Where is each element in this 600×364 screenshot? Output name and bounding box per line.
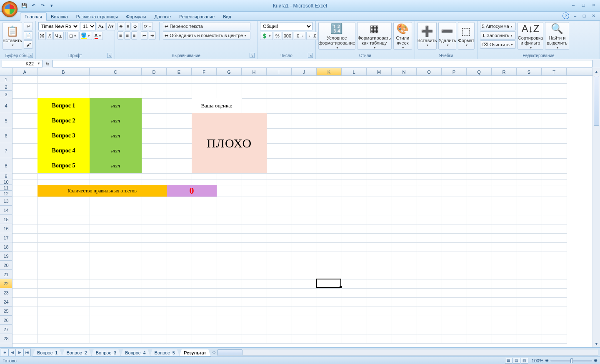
- column-header-L[interactable]: L: [342, 68, 367, 75]
- row-header-11[interactable]: 11: [0, 185, 12, 191]
- cell-question-4[interactable]: Вопрос 4: [38, 143, 90, 158]
- row-header-10[interactable]: 10: [0, 179, 12, 185]
- restore-button[interactable]: □: [579, 2, 588, 8]
- row-header-27[interactable]: 27: [0, 325, 12, 334]
- align-bottom-button[interactable]: ⬙: [132, 22, 138, 30]
- cell-count-label[interactable]: Количество правильных ответов: [38, 185, 167, 197]
- row-header-19[interactable]: 19: [0, 252, 12, 261]
- column-header-A[interactable]: A: [12, 68, 38, 75]
- fill-color-button[interactable]: 🪣▼: [79, 32, 92, 40]
- worksheet-grid[interactable]: ABCDEFGHIJKLMNOPQRST 1234567891011121314…: [0, 68, 600, 347]
- scroll-down-icon[interactable]: ▼: [593, 341, 600, 347]
- cell-answer-1[interactable]: нет: [90, 98, 142, 113]
- row-header-2[interactable]: 2: [0, 83, 12, 91]
- format-painter-button[interactable]: 🖌: [24, 40, 33, 49]
- row-header-12[interactable]: 12: [0, 191, 12, 197]
- align-right-button[interactable]: ≡: [131, 31, 137, 40]
- alignment-launcher[interactable]: ↘: [250, 53, 255, 58]
- tab-view[interactable]: Вид: [219, 13, 235, 20]
- tab-review[interactable]: Рецензирование: [175, 13, 219, 20]
- row-header-20[interactable]: 20: [0, 261, 12, 270]
- column-header-I[interactable]: I: [267, 68, 292, 75]
- select-all-corner[interactable]: [0, 68, 12, 76]
- orientation-button[interactable]: ⟳▼: [142, 22, 153, 30]
- office-button[interactable]: [2, 1, 18, 17]
- sheet-prev-button[interactable]: ◀: [8, 349, 16, 356]
- row-header-21[interactable]: 21: [0, 270, 12, 279]
- column-header-D[interactable]: D: [142, 68, 167, 75]
- row-header-4[interactable]: 4: [0, 98, 12, 113]
- clipboard-launcher[interactable]: ↘: [28, 53, 33, 58]
- italic-button[interactable]: К: [47, 32, 52, 40]
- sheet-tab-Вопрос_3[interactable]: Вопрос_3: [91, 349, 121, 357]
- tab-home[interactable]: Главная: [20, 12, 47, 21]
- zoom-level[interactable]: 100%: [532, 358, 543, 363]
- zoom-slider-thumb[interactable]: [570, 358, 573, 363]
- column-header-J[interactable]: J: [292, 68, 317, 75]
- sheet-tab-Вопрос_2[interactable]: Вопрос_2: [62, 349, 91, 357]
- help-icon[interactable]: ?: [562, 12, 569, 19]
- row-header-13[interactable]: 13: [0, 197, 12, 206]
- column-header-F[interactable]: F: [192, 68, 217, 75]
- row-header-14[interactable]: 14: [0, 206, 12, 215]
- sheet-tab-Вопрос_4[interactable]: Вопрос_4: [120, 349, 150, 357]
- cell-question-5[interactable]: Вопрос 5: [38, 158, 90, 173]
- tab-formulas[interactable]: Формулы: [122, 13, 150, 20]
- align-center-button[interactable]: ≡: [124, 31, 130, 40]
- sheet-tab-Вопрос_1[interactable]: Вопрос_1: [32, 349, 62, 357]
- qat-save-icon[interactable]: 💾: [20, 2, 28, 10]
- name-box[interactable]: K22▼: [2, 60, 42, 67]
- delete-cells-button[interactable]: ➖Удалить▼: [438, 22, 456, 50]
- tab-page-layout[interactable]: Разметка страницы: [72, 13, 122, 20]
- column-header-M[interactable]: M: [367, 68, 392, 75]
- cell-question-1[interactable]: Вопрос 1: [38, 98, 90, 113]
- cell-grade-value[interactable]: ПЛОХО: [192, 113, 267, 173]
- sheet-tab-Вопрос_5[interactable]: Вопрос_5: [150, 349, 180, 357]
- borders-button[interactable]: ⊞▼: [68, 32, 78, 40]
- cell-count-value[interactable]: 0: [167, 185, 217, 197]
- row-header-26[interactable]: 26: [0, 316, 12, 325]
- cell-answer-4[interactable]: нет: [90, 143, 142, 158]
- formula-input[interactable]: [52, 60, 592, 67]
- cell-answer-2[interactable]: нет: [90, 113, 142, 128]
- cells-area[interactable]: Вопрос 1Вопрос 2Вопрос 3Вопрос 4Вопрос 5…: [12, 76, 592, 347]
- insert-cells-button[interactable]: ➕Вставить▼: [418, 22, 437, 50]
- workbook-minimize-button[interactable]: –: [572, 12, 578, 19]
- hscroll-thumb[interactable]: [218, 349, 242, 355]
- percent-button[interactable]: %: [274, 32, 281, 40]
- underline-button[interactable]: Ч▼: [53, 32, 63, 40]
- sheet-next-button[interactable]: ▶: [16, 349, 23, 356]
- find-select-button[interactable]: 🔍Найти и выделить▼: [545, 22, 569, 50]
- align-left-button[interactable]: ≡: [118, 31, 123, 40]
- cell-question-2[interactable]: Вопрос 2: [38, 113, 90, 128]
- decrease-indent-button[interactable]: ⇤: [141, 31, 148, 40]
- cell-styles-button[interactable]: 🎨Стили ячеек▼: [393, 22, 412, 50]
- comma-button[interactable]: 000: [282, 32, 293, 40]
- column-header-B[interactable]: B: [38, 68, 90, 75]
- cut-button[interactable]: ✂: [24, 22, 33, 30]
- tab-data[interactable]: Данные: [150, 13, 175, 20]
- paste-button[interactable]: 📋Вставить▼: [2, 22, 22, 50]
- row-header-25[interactable]: 25: [0, 307, 12, 316]
- scroll-up-icon[interactable]: ▲: [593, 68, 600, 75]
- row-header-28[interactable]: 28: [0, 334, 12, 343]
- horizontal-scrollbar[interactable]: [217, 349, 598, 356]
- align-top-button[interactable]: ⬘: [118, 22, 124, 30]
- column-header-R[interactable]: R: [492, 68, 517, 75]
- font-name-select[interactable]: Times New Rom: [38, 22, 79, 30]
- vscroll-thumb[interactable]: [594, 76, 599, 126]
- new-sheet-button[interactable]: ◇: [212, 349, 215, 355]
- view-normal-button[interactable]: ▦: [505, 358, 512, 364]
- column-header-P[interactable]: P: [442, 68, 467, 75]
- row-header-22[interactable]: 22: [0, 279, 12, 288]
- format-cells-button[interactable]: ⬚Формат▼: [458, 22, 475, 50]
- shrink-font-button[interactable]: A▾: [106, 22, 115, 30]
- column-header-E[interactable]: E: [167, 68, 192, 75]
- qat-customize-icon[interactable]: ▾: [48, 2, 56, 10]
- zoom-slider[interactable]: [550, 360, 592, 362]
- column-header-T[interactable]: T: [542, 68, 567, 75]
- row-header-6[interactable]: 6: [0, 128, 12, 143]
- column-header-O[interactable]: O: [417, 68, 442, 75]
- qat-redo-icon[interactable]: ↷: [38, 2, 47, 10]
- vertical-scrollbar[interactable]: ▲ ▼: [592, 68, 600, 347]
